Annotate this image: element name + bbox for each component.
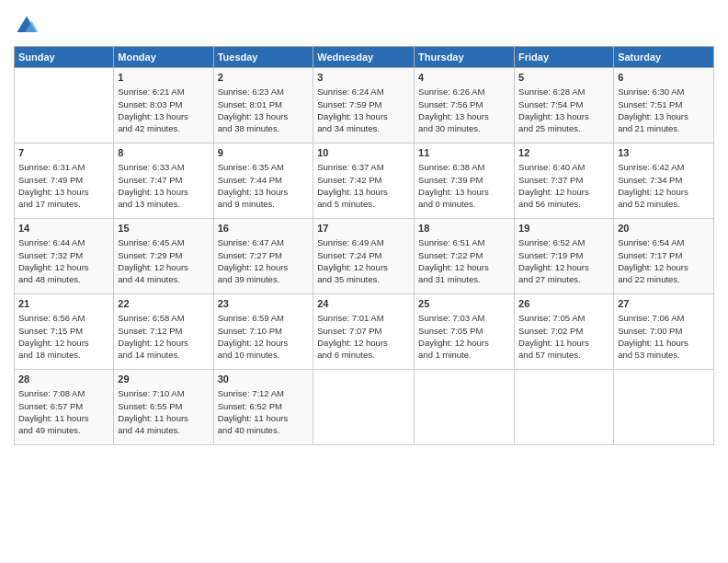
day-info-line: and 0 minutes. bbox=[418, 198, 510, 210]
day-info-line: Daylight: 12 hours bbox=[218, 337, 310, 349]
day-info-line: Sunset: 8:01 PM bbox=[218, 98, 310, 110]
day-info-line: Daylight: 13 hours bbox=[317, 110, 410, 122]
day-info-line: and 56 minutes. bbox=[518, 198, 609, 210]
calendar-cell: 14Sunrise: 6:44 AMSunset: 7:32 PMDayligh… bbox=[15, 219, 114, 294]
day-info-line: Sunset: 7:32 PM bbox=[18, 249, 109, 261]
day-info-line: Daylight: 12 hours bbox=[418, 337, 510, 349]
calendar-cell: 17Sunrise: 6:49 AMSunset: 7:24 PMDayligh… bbox=[313, 219, 415, 294]
day-info-line: Sunset: 7:15 PM bbox=[18, 325, 109, 337]
calendar-cell: 7Sunrise: 6:31 AMSunset: 7:49 PMDaylight… bbox=[15, 144, 114, 219]
day-info-line: and 49 minutes. bbox=[18, 424, 109, 436]
day-info-line: Sunset: 7:44 PM bbox=[218, 174, 310, 186]
day-info-line: and 39 minutes. bbox=[218, 273, 310, 285]
day-info-line: and 53 minutes. bbox=[618, 349, 710, 361]
day-header-tuesday: Tuesday bbox=[213, 47, 313, 68]
day-info-line: Sunset: 7:22 PM bbox=[418, 249, 510, 261]
calendar-cell: 24Sunrise: 7:01 AMSunset: 7:07 PMDayligh… bbox=[313, 294, 415, 370]
day-number: 2 bbox=[218, 71, 310, 85]
day-info-line: Sunrise: 6:42 AM bbox=[618, 161, 710, 173]
day-number: 10 bbox=[317, 146, 410, 160]
calendar-cell: 9Sunrise: 6:35 AMSunset: 7:44 PMDaylight… bbox=[213, 144, 313, 219]
day-info-line: Daylight: 12 hours bbox=[18, 261, 109, 273]
day-info-line: Daylight: 12 hours bbox=[618, 186, 710, 198]
calendar-cell: 10Sunrise: 6:37 AMSunset: 7:42 PMDayligh… bbox=[313, 144, 415, 219]
day-info-line: Sunrise: 7:06 AM bbox=[618, 312, 710, 324]
day-info-line: Daylight: 11 hours bbox=[18, 412, 109, 424]
day-info-line: Sunrise: 6:37 AM bbox=[317, 161, 410, 173]
calendar-week-row: 1Sunrise: 6:21 AMSunset: 8:03 PMDaylight… bbox=[15, 68, 714, 144]
day-info-line: Sunset: 7:05 PM bbox=[418, 325, 510, 337]
day-info-line: and 9 minutes. bbox=[218, 198, 310, 210]
calendar-table: SundayMondayTuesdayWednesdayThursdayFrid… bbox=[14, 46, 714, 445]
day-info-line: Sunset: 7:37 PM bbox=[518, 174, 609, 186]
day-info-line: Daylight: 13 hours bbox=[618, 110, 710, 122]
day-info-line: Daylight: 11 hours bbox=[618, 337, 710, 349]
day-info-line: Daylight: 12 hours bbox=[317, 337, 410, 349]
day-info-line: Daylight: 13 hours bbox=[418, 186, 510, 198]
day-info-line: Sunrise: 6:40 AM bbox=[518, 161, 609, 173]
day-number: 17 bbox=[317, 222, 410, 236]
day-info-line: and 5 minutes. bbox=[317, 198, 410, 210]
calendar-cell: 20Sunrise: 6:54 AMSunset: 7:17 PMDayligh… bbox=[614, 219, 714, 294]
day-info-line: Sunrise: 7:03 AM bbox=[418, 312, 510, 324]
day-info-line: and 21 minutes. bbox=[618, 122, 710, 134]
day-info-line: Sunset: 6:57 PM bbox=[18, 400, 109, 412]
day-info-line: Sunset: 7:10 PM bbox=[218, 325, 310, 337]
day-info-line: Daylight: 11 hours bbox=[118, 412, 209, 424]
day-info-line: Sunset: 7:27 PM bbox=[218, 249, 310, 261]
day-info-line: Sunrise: 6:58 AM bbox=[118, 312, 209, 324]
day-info-line: Daylight: 12 hours bbox=[618, 261, 710, 273]
calendar-cell: 15Sunrise: 6:45 AMSunset: 7:29 PMDayligh… bbox=[114, 219, 213, 294]
day-info-line: Daylight: 13 hours bbox=[317, 186, 410, 198]
day-info-line: Sunset: 7:51 PM bbox=[618, 98, 710, 110]
calendar-cell: 12Sunrise: 6:40 AMSunset: 7:37 PMDayligh… bbox=[515, 144, 614, 219]
calendar-cell: 18Sunrise: 6:51 AMSunset: 7:22 PMDayligh… bbox=[415, 219, 515, 294]
day-info-line: Sunrise: 6:47 AM bbox=[218, 236, 310, 248]
calendar-cell: 4Sunrise: 6:26 AMSunset: 7:56 PMDaylight… bbox=[415, 68, 515, 144]
day-info-line: Sunset: 6:55 PM bbox=[118, 400, 209, 412]
day-info-line: and 17 minutes. bbox=[18, 198, 109, 210]
day-number: 3 bbox=[317, 71, 410, 85]
day-number: 9 bbox=[218, 146, 310, 160]
day-info-line: and 44 minutes. bbox=[118, 273, 209, 285]
day-info-line: Daylight: 13 hours bbox=[218, 110, 310, 122]
day-info-line: Daylight: 12 hours bbox=[218, 261, 310, 273]
day-info-line: Daylight: 12 hours bbox=[518, 186, 609, 198]
day-info-line: Sunset: 7:34 PM bbox=[618, 174, 710, 186]
day-header-friday: Friday bbox=[515, 47, 614, 68]
calendar-cell bbox=[415, 370, 515, 445]
day-info-line: and 6 minutes. bbox=[317, 349, 410, 361]
calendar-cell: 13Sunrise: 6:42 AMSunset: 7:34 PMDayligh… bbox=[614, 144, 714, 219]
day-info-line: Daylight: 12 hours bbox=[118, 261, 209, 273]
day-info-line: and 52 minutes. bbox=[618, 198, 710, 210]
day-info-line: and 42 minutes. bbox=[118, 122, 209, 134]
day-number: 20 bbox=[618, 222, 710, 236]
day-number: 5 bbox=[518, 71, 609, 85]
day-info-line: Sunset: 7:24 PM bbox=[317, 249, 410, 261]
day-info-line: and 35 minutes. bbox=[317, 273, 410, 285]
header bbox=[14, 9, 714, 39]
calendar-week-row: 28Sunrise: 7:08 AMSunset: 6:57 PMDayligh… bbox=[15, 370, 714, 445]
day-info-line: Sunset: 7:12 PM bbox=[118, 325, 209, 337]
day-info-line: and 48 minutes. bbox=[18, 273, 109, 285]
day-info-line: Sunrise: 6:26 AM bbox=[418, 86, 510, 98]
day-number: 30 bbox=[218, 373, 310, 386]
day-info-line: and 25 minutes. bbox=[518, 122, 609, 134]
day-info-line: Daylight: 13 hours bbox=[518, 110, 609, 122]
day-number: 12 bbox=[518, 146, 609, 160]
day-info-line: Sunrise: 6:45 AM bbox=[118, 236, 209, 248]
day-number: 24 bbox=[317, 297, 410, 311]
day-info-line: Daylight: 13 hours bbox=[118, 186, 209, 198]
calendar-cell: 21Sunrise: 6:56 AMSunset: 7:15 PMDayligh… bbox=[15, 294, 114, 370]
day-number: 21 bbox=[18, 297, 109, 311]
calendar-cell bbox=[614, 370, 714, 445]
day-header-wednesday: Wednesday bbox=[313, 47, 415, 68]
day-info-line: Daylight: 13 hours bbox=[418, 110, 510, 122]
day-number: 6 bbox=[618, 71, 710, 85]
day-info-line: Sunset: 7:39 PM bbox=[418, 174, 510, 186]
day-info-line: Daylight: 12 hours bbox=[418, 261, 510, 273]
calendar-cell: 29Sunrise: 7:10 AMSunset: 6:55 PMDayligh… bbox=[114, 370, 213, 445]
day-info-line: Sunset: 6:52 PM bbox=[218, 400, 310, 412]
day-info-line: Sunrise: 6:49 AM bbox=[317, 236, 410, 248]
day-info-line: Sunrise: 6:44 AM bbox=[18, 236, 109, 248]
